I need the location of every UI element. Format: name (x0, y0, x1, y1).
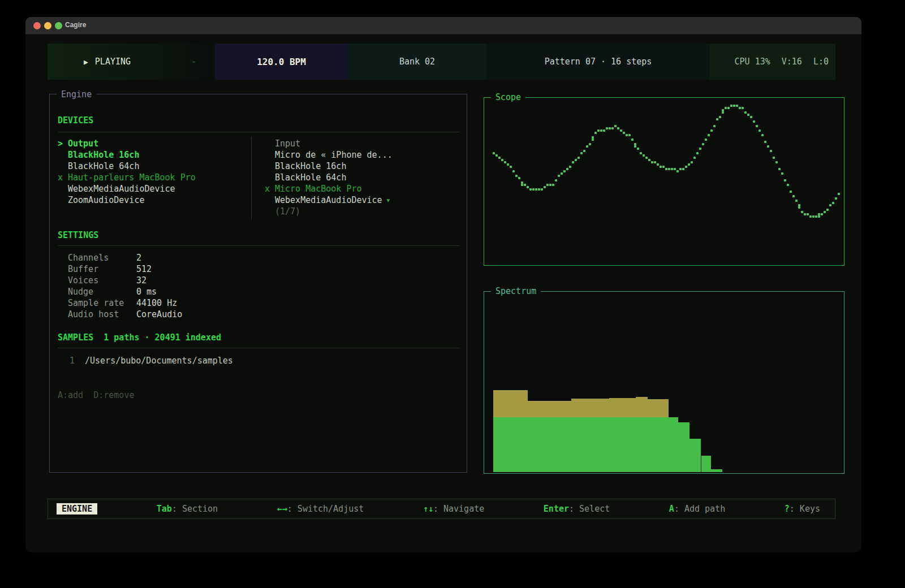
scope-sample-dot (716, 118, 718, 120)
output-device-list: >OutputBlackHole 16chBlackHole 64chxHaut… (58, 138, 244, 206)
scope-sample-dot (552, 184, 554, 186)
setting-row[interactable]: Voices32 (68, 275, 182, 286)
scope-sample-dot (493, 152, 495, 154)
scope-sample-dot (495, 154, 498, 157)
scope-sample-dot (623, 132, 625, 134)
scope-sample-dot (699, 148, 701, 150)
scope-sample-dot (515, 175, 518, 177)
scope-sample-dot (807, 213, 809, 215)
samples-meta: 1 paths · 20491 indexed (104, 332, 221, 343)
scope-sample-dot (693, 157, 696, 159)
setting-label: Voices (68, 275, 136, 286)
device-item[interactable]: WebexMediaAudioDevice▾ (265, 194, 451, 206)
device-item[interactable]: BlackHole 64ch (265, 172, 451, 183)
scope-sample-dot (512, 170, 515, 172)
scope-sample-dot (778, 168, 781, 170)
scope-sample-dot (538, 188, 540, 191)
scope-sample-dot (521, 184, 523, 186)
spectrum-peak-hold-segment (609, 398, 636, 417)
scope-sample-dot (759, 129, 761, 132)
device-name: ZoomAudioDevice (68, 195, 144, 205)
spectrum-peak-hold-segment (571, 399, 609, 417)
scope-sample-dot (637, 148, 639, 150)
device-column-header: >Output (58, 138, 244, 149)
setting-row[interactable]: Sample rate44100 Hz (68, 297, 182, 309)
scope-sample-dot (617, 127, 619, 129)
scope-sample-dot (532, 188, 535, 191)
sample-path-row[interactable]: 1/Users/bubo/Documents/samples (70, 355, 233, 366)
spectrum-level-segment (678, 422, 689, 472)
device-column-header: Input (265, 138, 451, 149)
scope-sample-dot (592, 136, 594, 139)
transport-separator: - (191, 44, 196, 80)
scope-sample-dot (651, 161, 653, 163)
scope-sample-dot (764, 141, 766, 143)
scope-sample-dot (719, 116, 721, 118)
close-button[interactable] (33, 22, 41, 29)
device-column-label: Output (68, 139, 98, 149)
spectrum-level-segment (711, 469, 722, 472)
scope-sample-dot (767, 145, 769, 148)
minimize-button[interactable] (44, 22, 51, 29)
device-item[interactable]: ZoomAudioDevice (58, 194, 244, 206)
setting-value: 2 (136, 253, 141, 263)
scope-sample-dot (770, 150, 772, 152)
key-name: Enter (544, 504, 569, 514)
setting-value: 0 ms (136, 287, 157, 297)
scope-sample-dot (838, 193, 840, 195)
device-item[interactable]: BlackHole 16ch (265, 161, 451, 172)
key-hint: Tab: Section (157, 504, 218, 514)
scope-sample-dot (507, 163, 509, 166)
setting-row[interactable]: Buffer512 (68, 263, 182, 275)
scope-sample-dot (589, 143, 591, 145)
device-item[interactable]: xHaut-parleurs MacBook Pro (58, 172, 244, 183)
device-item[interactable]: WebexMediaAudioDevice (58, 183, 244, 194)
scope-sample-dot (775, 161, 778, 163)
scope-sample-dot (733, 105, 735, 107)
cpu-usage: CPU 13% (735, 57, 770, 67)
setting-row[interactable]: Nudge0 ms (68, 286, 182, 297)
key-hint: A: Add path (669, 504, 725, 514)
device-item[interactable]: xMicro MacBook Pro (265, 183, 451, 194)
scope-sample-dot (727, 107, 730, 109)
scope-sample-dot (535, 188, 537, 191)
setting-value: 44100 Hz (136, 298, 177, 308)
spectrum-peak-hold-segment (648, 399, 669, 417)
scope-sample-dot (784, 179, 786, 181)
scope-sample-dot (722, 109, 724, 111)
scope-sample-dot (643, 154, 645, 157)
device-name: Micro de « iPhone de... (275, 150, 393, 160)
device-name: (1/7) (275, 206, 300, 217)
scope-sample-dot (578, 157, 580, 159)
device-item[interactable]: Micro de « iPhone de... (265, 149, 451, 161)
scope-sample-dot (614, 125, 617, 127)
scope-sample-dot (739, 107, 741, 109)
scope-sample-dot (549, 184, 551, 186)
scope-sample-dot (679, 168, 682, 170)
scope-sample-dot (501, 159, 503, 161)
key-hint-bar: ENGINE Tab: Section←→: Switch/Adjust↑↓: … (48, 499, 835, 519)
scope-sample-dot (504, 161, 506, 163)
scope-sample-dot (594, 132, 597, 134)
spectrum-level-segment (689, 439, 701, 472)
scope-sample-dot (742, 107, 744, 109)
column-divider (251, 137, 252, 219)
key-name: ↑↓ (423, 504, 433, 514)
scope-sample-dot (688, 163, 690, 166)
setting-row[interactable]: Channels2 (68, 252, 182, 263)
key-hint: ↑↓: Navigate (423, 504, 484, 514)
scope-sample-dot (736, 105, 738, 107)
scope-sample-dot (541, 188, 543, 191)
scope-sample-dot (832, 202, 834, 204)
scope-sample-dot (787, 184, 789, 186)
spectrum-bars (484, 292, 844, 473)
scope-sample-dot (809, 215, 812, 218)
scope-sample-dot (705, 139, 707, 141)
scope-sample-dot (580, 152, 583, 154)
divider (58, 132, 460, 132)
zoom-button[interactable] (55, 22, 62, 29)
scope-sample-dot (812, 215, 815, 218)
device-item[interactable]: BlackHole 64ch (58, 161, 244, 172)
device-item[interactable]: BlackHole 16ch (58, 149, 244, 161)
setting-row[interactable]: Audio hostCoreAudio (68, 309, 182, 320)
